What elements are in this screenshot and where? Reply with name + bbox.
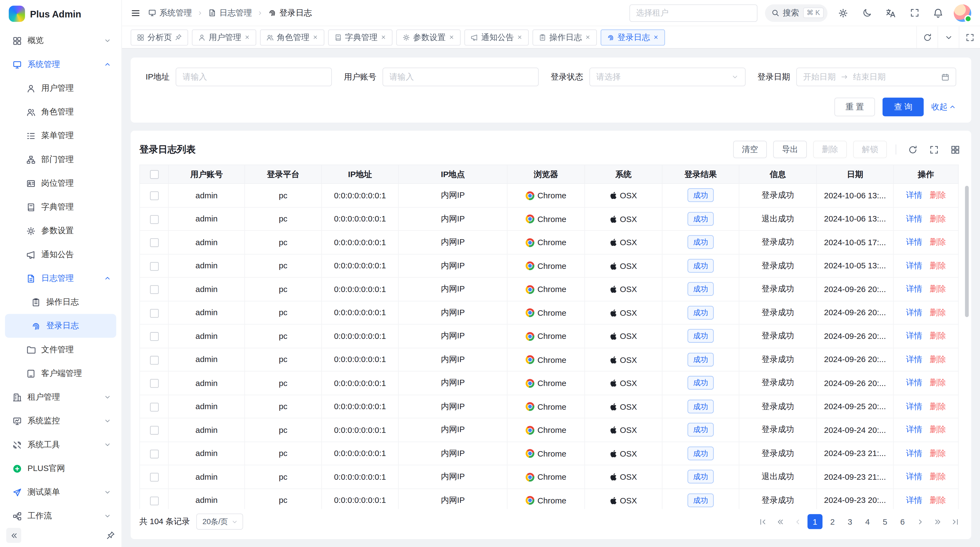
detail-link[interactable]: 详情	[906, 378, 922, 387]
column-header-日期[interactable]: 日期	[817, 165, 893, 183]
user-avatar[interactable]	[954, 4, 971, 22]
column-header-操作[interactable]: 操作	[893, 165, 958, 183]
sidebar-item-logmgmt[interactable]: 日志管理	[5, 266, 116, 290]
tab-close-icon[interactable]	[245, 34, 250, 40]
tab-通知公告[interactable]: 通知公告	[465, 29, 529, 46]
row-checkbox[interactable]	[150, 402, 158, 411]
dbl-right-button[interactable]	[930, 514, 945, 529]
tab-refresh-button[interactable]	[916, 26, 937, 48]
delete-link[interactable]: 删除	[930, 448, 946, 458]
column-header-IP地点[interactable]: IP地点	[399, 165, 507, 183]
row-checkbox[interactable]	[150, 238, 158, 247]
sidebar-item-role[interactable]: 角色管理	[5, 100, 116, 124]
row-checkbox[interactable]	[150, 215, 158, 224]
delete-link[interactable]: 删除	[930, 495, 946, 504]
app-logo[interactable]: Plus Admin	[0, 0, 121, 27]
sidebar-item-dict[interactable]: 字典管理	[5, 195, 116, 219]
detail-link[interactable]: 详情	[906, 190, 922, 200]
row-checkbox[interactable]	[150, 285, 158, 294]
tab-more-chevron-button[interactable]	[937, 26, 959, 48]
collapse-filters-link[interactable]: 收起	[931, 101, 956, 113]
sidebar-collapse-button[interactable]	[6, 528, 21, 543]
tab-角色管理[interactable]: 角色管理	[260, 29, 324, 46]
delete-link[interactable]: 删除	[930, 214, 946, 223]
delete-link[interactable]: 删除	[930, 378, 946, 387]
detail-link[interactable]: 详情	[906, 331, 922, 340]
delete-link[interactable]: 删除	[930, 190, 946, 200]
translate-icon[interactable]	[883, 5, 899, 21]
chevron-left-button[interactable]	[790, 514, 805, 529]
tab-用户管理[interactable]: 用户管理	[192, 29, 256, 46]
filter-daterange[interactable]: 开始日期结束日期	[796, 67, 956, 86]
delete-link[interactable]: 删除	[930, 354, 946, 364]
fullscreen-table-button[interactable]	[926, 142, 941, 157]
reset-button[interactable]: 重 置	[834, 97, 875, 116]
detail-link[interactable]: 详情	[906, 261, 922, 270]
dark-mode-moon-icon[interactable]	[859, 5, 875, 21]
sidebar-item-notice[interactable]: 通知公告	[5, 243, 116, 266]
select-all-checkbox[interactable]	[150, 170, 158, 179]
sidebar-item-client[interactable]: 客户端管理	[5, 362, 116, 385]
skip-right-button[interactable]	[948, 514, 963, 529]
tab-close-icon[interactable]	[380, 34, 386, 40]
dbl-left-button[interactable]	[773, 514, 788, 529]
breadcrumb-item[interactable]: 登录日志	[268, 7, 312, 18]
tab-分析页[interactable]: 分析页	[130, 29, 188, 46]
fullscreen-icon[interactable]	[906, 5, 923, 21]
sidebar-pin-icon[interactable]	[106, 531, 115, 540]
refresh-table-button[interactable]	[905, 142, 920, 157]
page-size-select[interactable]: 20条/页	[196, 514, 243, 530]
detail-link[interactable]: 详情	[906, 448, 922, 458]
filter-select-登录状态[interactable]: 请选择	[589, 67, 746, 86]
column-header-系统[interactable]: 系统	[585, 165, 662, 183]
search-button[interactable]: 查 询	[883, 97, 924, 116]
detail-link[interactable]: 详情	[906, 495, 922, 504]
delete-link[interactable]: 删除	[930, 308, 946, 317]
export-button[interactable]: 导出	[773, 141, 807, 158]
sidebar-item-oplog[interactable]: 操作日志	[5, 290, 116, 314]
tab-操作日志[interactable]: 操作日志	[533, 29, 597, 46]
sidebar-item-overview[interactable]: 概览	[5, 29, 116, 53]
sidebar-item-monitor[interactable]: 系统监控	[5, 409, 116, 433]
sidebar-item-system[interactable]: 系统管理	[5, 53, 116, 76]
detail-link[interactable]: 详情	[906, 354, 922, 364]
sidebar-item-tools[interactable]: 系统工具	[5, 433, 116, 456]
tab-close-icon[interactable]	[585, 34, 591, 40]
sidebar-item-tenant[interactable]: 租户管理	[5, 385, 116, 409]
delete-link[interactable]: 删除	[930, 425, 946, 434]
row-checkbox[interactable]	[150, 379, 158, 388]
vertical-scrollbar[interactable]	[965, 186, 969, 317]
tab-参数设置[interactable]: 参数设置	[396, 29, 461, 46]
skip-left-button[interactable]	[755, 514, 770, 529]
row-checkbox[interactable]	[150, 450, 158, 458]
tenant-select[interactable]: 选择租户	[629, 4, 757, 22]
detail-link[interactable]: 详情	[906, 284, 922, 293]
tab-close-icon[interactable]	[653, 34, 659, 40]
delete-link[interactable]: 删除	[930, 284, 946, 293]
delete-link[interactable]: 删除	[930, 261, 946, 270]
global-search[interactable]: 搜索 ⌘ K	[765, 4, 827, 22]
column-header-登录平台[interactable]: 登录平台	[245, 165, 321, 183]
column-settings-button[interactable]	[948, 142, 963, 157]
detail-link[interactable]: 详情	[906, 401, 922, 410]
column-header-浏览器[interactable]: 浏览器	[507, 165, 585, 183]
detail-link[interactable]: 详情	[906, 425, 922, 434]
delete-link[interactable]: 删除	[930, 331, 946, 340]
delete-link[interactable]: 删除	[930, 401, 946, 410]
detail-link[interactable]: 详情	[906, 214, 922, 223]
page-6-button[interactable]: 6	[895, 514, 910, 529]
page-2-button[interactable]: 2	[825, 514, 840, 529]
sidebar-item-menu[interactable]: 菜单管理	[5, 124, 116, 148]
column-header-用户账号[interactable]: 用户账号	[169, 165, 245, 183]
sidebar-item-plus-site[interactable]: PLUS官网	[5, 456, 116, 480]
row-checkbox[interactable]	[150, 191, 158, 200]
row-checkbox[interactable]	[150, 262, 158, 271]
tab-close-icon[interactable]	[449, 34, 454, 40]
sidebar-item-test[interactable]: 测试菜单	[5, 480, 116, 504]
sidebar-item-workflow[interactable]: 工作流	[5, 504, 116, 523]
tab-fullscreen-button[interactable]	[959, 26, 980, 48]
sidebar-item-file[interactable]: 文件管理	[5, 338, 116, 362]
page-3-button[interactable]: 3	[843, 514, 858, 529]
sidebar-item-post[interactable]: 岗位管理	[5, 171, 116, 195]
row-checkbox[interactable]	[150, 473, 158, 482]
